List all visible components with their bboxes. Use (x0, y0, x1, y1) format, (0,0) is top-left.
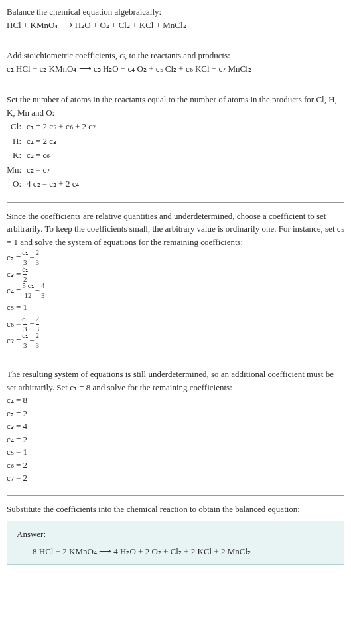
atom-label: H: (7, 135, 27, 148)
divider (7, 42, 344, 42)
divider (7, 86, 344, 86)
fraction: c₁ 3 (22, 332, 28, 349)
divider (7, 202, 344, 203)
intro-section: Balance the chemical equation algebraica… (7, 5, 344, 35)
lhs: c₃ = (7, 268, 21, 281)
fraction: c₁ 3 (22, 249, 28, 266)
atom-row-h: H: c₁ = 2 c₃ (7, 135, 344, 148)
fraction: 2 3 (36, 249, 40, 266)
coeff-c7: c₇ = c₁ 3 − 2 3 (7, 333, 344, 348)
atom-eq: c₁ = 2 c₃ (27, 135, 344, 148)
fraction: c₁ 3 (22, 315, 28, 332)
coeff-c4: c₄ = 5 c₁ 12 − 4 3 (7, 283, 344, 298)
intro-line: Balance the chemical equation algebraica… (7, 5, 344, 19)
coeff-row: c₁ = 8 (7, 394, 344, 407)
step3-section: Since the coefficients are relative quan… (7, 210, 344, 355)
atom-eq: c₁ = 2 c₅ + c₆ + 2 c₇ (27, 120, 344, 133)
fraction: 5 c₁ 12 (22, 282, 33, 299)
coeff-row: c₇ = 2 (7, 471, 344, 485)
final-text: Substitute the coefficients into the che… (7, 503, 344, 516)
minus: − (29, 251, 34, 264)
step2-section: Set the number of atoms in the reactants… (7, 93, 344, 196)
coeff-row: c₃ = 4 (7, 420, 344, 433)
atom-label: K: (7, 149, 27, 162)
lhs: c₄ = (7, 284, 21, 297)
atom-row-mn: Mn: c₂ = c₇ (7, 163, 344, 177)
lhs: c₇ = (7, 334, 21, 347)
answer-label: Answer: (17, 528, 334, 541)
fraction: c₁ 2 (22, 266, 28, 282)
atom-label: O: (7, 177, 27, 191)
fraction: 2 3 (36, 315, 40, 332)
step2-text: Set the number of atoms in the reactants… (7, 93, 344, 119)
minus: − (29, 334, 34, 347)
coeff-c5: c₅ = 1 (7, 300, 344, 315)
coeff-row: c₄ = 2 (7, 433, 344, 446)
step3-text: Since the coefficients are relative quan… (7, 210, 344, 249)
atom-label: Cl: (7, 120, 27, 133)
fraction: 4 3 (41, 282, 45, 299)
atom-row-k: K: c₂ = c₆ (7, 149, 344, 162)
divider (7, 361, 344, 361)
atom-row-o: O: 4 c₂ = c₃ + 2 c₄ (7, 177, 344, 191)
minus: − (29, 317, 34, 331)
minus: − (35, 284, 40, 297)
coeff-row: c₅ = 1 (7, 445, 344, 459)
divider (7, 495, 344, 496)
lhs: c₆ = (7, 317, 21, 331)
coeff-row: c₆ = 2 (7, 459, 344, 472)
step1-equation: c₁ HCl + c₂ KMnO₄ ⟶ c₃ H₂O + c₄ O₂ + c₅ … (7, 62, 344, 76)
coeff-c6: c₆ = c₁ 3 − 2 3 (7, 317, 344, 331)
final-section: Substitute the coefficients into the che… (7, 503, 344, 570)
step1-text: Add stoichiometric coefficients, cᵢ, to … (7, 49, 344, 62)
fraction: 2 3 (36, 332, 40, 349)
atom-label: Mn: (7, 163, 27, 177)
atom-eq: 4 c₂ = c₃ + 2 c₄ (27, 177, 344, 191)
step4-section: The resulting system of equations is sti… (7, 368, 344, 489)
atom-row-cl: Cl: c₁ = 2 c₅ + c₆ + 2 c₇ (7, 120, 344, 133)
coeff-row: c₂ = 2 (7, 407, 344, 420)
coeff-c2: c₂ = c₁ 3 − 2 3 (7, 250, 344, 265)
intro-equation: HCl + KMnO₄ ⟶ H₂O + O₂ + Cl₂ + KCl + MnC… (7, 19, 344, 32)
coeff-c3: c₃ = c₁ 2 (7, 267, 344, 282)
answer-equation: 8 HCl + 2 KMnO₄ ⟶ 4 H₂O + 2 O₂ + Cl₂ + 2… (17, 545, 334, 558)
answer-box: Answer: 8 HCl + 2 KMnO₄ ⟶ 4 H₂O + 2 O₂ +… (7, 521, 344, 565)
step4-text: The resulting system of equations is sti… (7, 368, 344, 394)
lhs: c₂ = (7, 251, 21, 264)
step1-section: Add stoichiometric coefficients, cᵢ, to … (7, 49, 344, 79)
atom-eq: c₂ = c₆ (27, 149, 344, 162)
atom-eq: c₂ = c₇ (27, 163, 344, 177)
